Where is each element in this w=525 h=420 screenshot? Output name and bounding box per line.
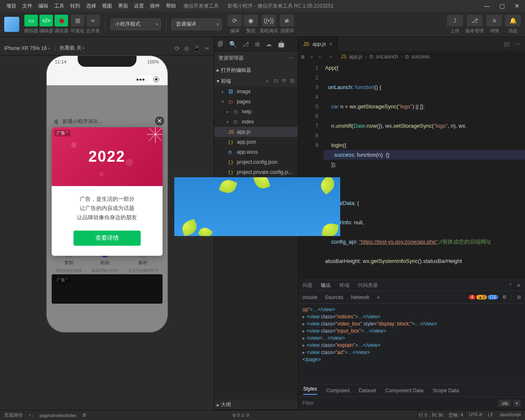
editor-button[interactable]: </> <box>39 15 53 26</box>
menu-ui[interactable]: 界面 <box>115 1 131 11</box>
dt-console[interactable]: onsole <box>302 294 317 300</box>
dt-output[interactable]: 输出 <box>321 282 331 289</box>
cloud-button[interactable]: ∞ <box>87 15 100 26</box>
status-indent[interactable]: 空格: 4 <box>449 412 463 418</box>
newfile-icon[interactable]: ＋ <box>265 78 270 85</box>
collapse-icon[interactable]: ⊟ <box>290 78 294 85</box>
status-encoding[interactable]: UTF-8 <box>469 412 482 418</box>
menu-view[interactable]: 视图 <box>99 1 115 11</box>
file-help[interactable]: ▸🗀help <box>214 107 298 117</box>
device-select[interactable]: iPhone XR 75% 16 <box>4 45 50 51</box>
code-area[interactable]: 123456789 App({ onLaunch: function() { v… <box>298 62 525 280</box>
scopedata-tab[interactable]: Scope Data <box>433 388 459 394</box>
files-tab-icon[interactable]: 🗐 <box>218 41 223 47</box>
file-app.wxss[interactable]: ⧉app.wxss <box>214 147 298 157</box>
dt-network[interactable]: Network <box>351 294 369 300</box>
mode-select[interactable]: 小程序模式 <box>110 18 161 30</box>
status-lincol[interactable]: 行 5，列 36 <box>419 412 443 418</box>
dataset-tab[interactable]: Dataset <box>359 388 376 394</box>
wx-capsule[interactable] <box>136 74 163 84</box>
dt-collapse-icon[interactable]: ⌃ <box>508 283 512 289</box>
visual-button[interactable]: ▥ <box>71 15 84 26</box>
file-project.config.json[interactable]: { }project.config.json <box>214 157 298 167</box>
menu-goto[interactable]: 转到 <box>67 1 83 11</box>
phone-icon[interactable]: 📱 <box>193 45 200 52</box>
search-tab-icon[interactable]: 🔍 <box>229 41 236 47</box>
menu-tool[interactable]: 工具 <box>51 1 67 11</box>
status-eol[interactable]: LF <box>488 412 494 418</box>
ad-detail-button[interactable]: 查看详情 <box>74 231 141 246</box>
styles-tab[interactable]: Styles <box>303 386 317 395</box>
newfolder-icon[interactable]: 🗀 <box>273 78 278 85</box>
styles-filter-input[interactable] <box>302 400 496 406</box>
compile-select[interactable]: 普通编译 <box>171 18 222 30</box>
menu-file[interactable]: 文件 <box>19 1 35 11</box>
editor-tab-appjs[interactable]: JSapp.js× <box>298 37 338 51</box>
copy-path-icon[interactable]: ⧉ <box>83 412 86 418</box>
crumb-fn1[interactable]: onLaunch <box>376 54 398 60</box>
dt-badges[interactable]: 4 ▲3 ☐1 ⚙ ⋮ ⊟ <box>469 294 521 300</box>
dom-tree[interactable]: op">…</view>▸<view class="notices">…</vi… <box>298 304 525 384</box>
file-app.json[interactable]: { }app.json <box>214 137 298 147</box>
bookmark-icon[interactable]: ⟐ <box>310 54 313 60</box>
more-icon[interactable]: ⋯ <box>289 55 294 61</box>
cloud-tab-icon[interactable]: ☁ <box>266 41 272 47</box>
tab-close-icon[interactable]: × <box>329 41 332 47</box>
record-icon[interactable]: ◎ <box>184 45 189 52</box>
version-button[interactable]: ⎇ <box>467 15 483 26</box>
fwd-icon[interactable]: → <box>328 54 333 60</box>
close-button[interactable]: ✕ <box>512 3 522 9</box>
pagepath-value[interactable]: pages/index/index <box>39 413 77 418</box>
compile-button[interactable]: ⟳ <box>228 15 242 26</box>
debugger-button[interactable]: 🐞 <box>55 15 68 26</box>
robot-tab-icon[interactable]: 🤖 <box>278 41 285 47</box>
simulator-button[interactable]: ▭ <box>24 15 38 26</box>
list-icon[interactable]: ≣ <box>301 54 305 60</box>
modal-close-button[interactable]: ✕ <box>155 116 164 126</box>
menu-select[interactable]: 选择 <box>83 1 99 11</box>
file-app.js[interactable]: JSapp.js <box>214 127 298 137</box>
minimize-button[interactable]: — <box>482 3 491 9</box>
avatar[interactable] <box>4 17 19 32</box>
dt-sources[interactable]: Sources <box>325 294 343 300</box>
compdata-tab[interactable]: Component Data <box>385 388 423 394</box>
outline-section[interactable]: ▸大纲 <box>214 400 298 410</box>
dt-codequality[interactable]: 代码质量 <box>358 282 378 289</box>
front-section[interactable]: ▾前端 ＋🗀⟳⊟ <box>214 76 298 87</box>
ext-tab-icon[interactable]: ⊞ <box>255 41 260 47</box>
file-index[interactable]: ▸🗀index <box>214 117 298 127</box>
hotreload-toggle[interactable]: 热重载 关 <box>60 45 84 52</box>
refresh-icon[interactable]: ⟳ <box>175 45 180 52</box>
maximize-button[interactable]: ▢ <box>497 3 507 9</box>
menu-help[interactable]: 帮助 <box>163 1 179 11</box>
dt-terminal[interactable]: 终端 <box>339 282 349 289</box>
dt-problems[interactable]: 问题 <box>302 282 312 289</box>
refresh-tree-icon[interactable]: ⟳ <box>282 78 286 85</box>
branch-tab-icon[interactable]: ⎇ <box>242 41 249 47</box>
computed-tab[interactable]: Computed <box>326 388 349 394</box>
plus-button[interactable]: + <box>513 400 521 407</box>
details-button[interactable]: ≡ <box>486 15 502 26</box>
file-project.private.config.js...[interactable]: { }project.private.config.js... <box>214 167 298 177</box>
menu-edit[interactable]: 编辑 <box>35 1 51 11</box>
dt-gear-icon[interactable]: ⚙ <box>502 294 507 300</box>
remote-button[interactable]: ((•)) <box>262 15 276 26</box>
crumb-file[interactable]: app.js <box>349 54 362 60</box>
back-icon[interactable]: ← <box>318 54 323 60</box>
menu-plugins[interactable]: 插件 <box>147 1 163 11</box>
dt-more[interactable]: » <box>377 294 380 300</box>
upload-button[interactable]: ⤴ <box>447 15 463 26</box>
file-image[interactable]: ▸🖼image <box>214 87 298 97</box>
status-errors[interactable]: ⊘ 0 ⚠ 0 <box>232 412 249 418</box>
cls-button[interactable]: .cls <box>499 400 511 407</box>
crumb-fn2[interactable]: success <box>412 54 430 60</box>
open-editors-section[interactable]: ▸打开的编辑器 <box>214 65 298 76</box>
more-editor-icon[interactable]: ⋯ <box>515 41 520 47</box>
file-pages[interactable]: ▾🗀pages <box>214 97 298 107</box>
ad-tag[interactable]: 广告 <box>54 130 71 136</box>
status-lang[interactable]: JavaScript <box>499 412 521 418</box>
clearcache-button[interactable]: ≢ <box>280 15 294 26</box>
dt-close-icon[interactable]: ✕ <box>517 283 521 289</box>
menu-project[interactable]: 项目 <box>3 1 19 11</box>
menu-settings[interactable]: 设置 <box>131 1 147 11</box>
